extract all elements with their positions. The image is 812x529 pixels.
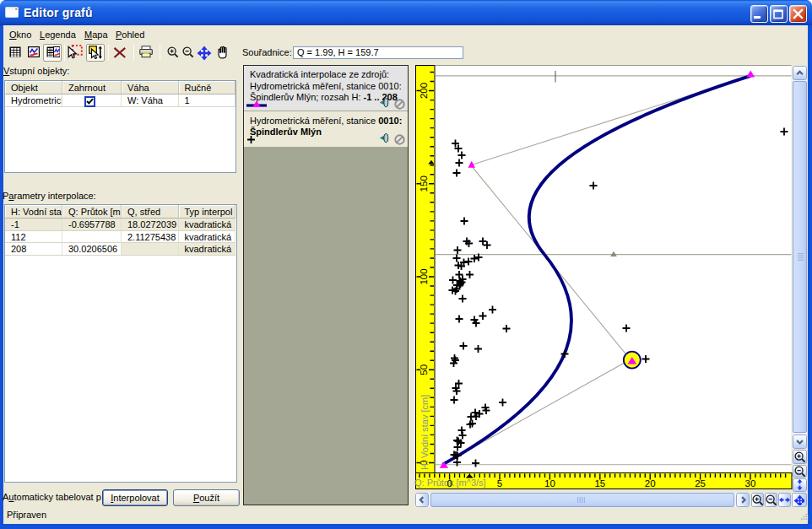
svg-text:20: 20 — [645, 478, 656, 489]
svg-text:0: 0 — [447, 478, 452, 489]
svg-text:H: Vodní stav [cm]: H: Vodní stav [cm] — [420, 395, 430, 470]
svg-text:15: 15 — [594, 478, 605, 489]
svg-text:200: 200 — [419, 83, 429, 99]
svg-text:10: 10 — [544, 478, 555, 489]
svg-text:150: 150 — [419, 175, 429, 192]
svg-text:100: 100 — [419, 268, 429, 284]
svg-text:30: 30 — [745, 478, 756, 489]
svg-text:50: 50 — [419, 364, 429, 375]
svg-text:5: 5 — [497, 478, 502, 489]
svg-text:25: 25 — [695, 478, 706, 489]
